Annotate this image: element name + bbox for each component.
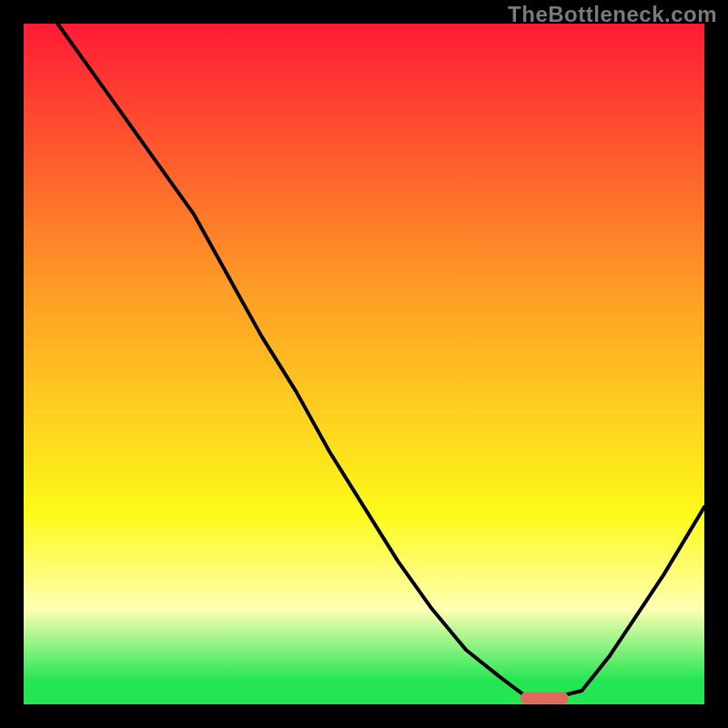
gradient-background	[24, 24, 704, 704]
optimal-range-marker	[521, 693, 568, 704]
chart-frame: TheBottleneck.com	[0, 0, 728, 728]
bottleneck-chart	[24, 24, 704, 704]
